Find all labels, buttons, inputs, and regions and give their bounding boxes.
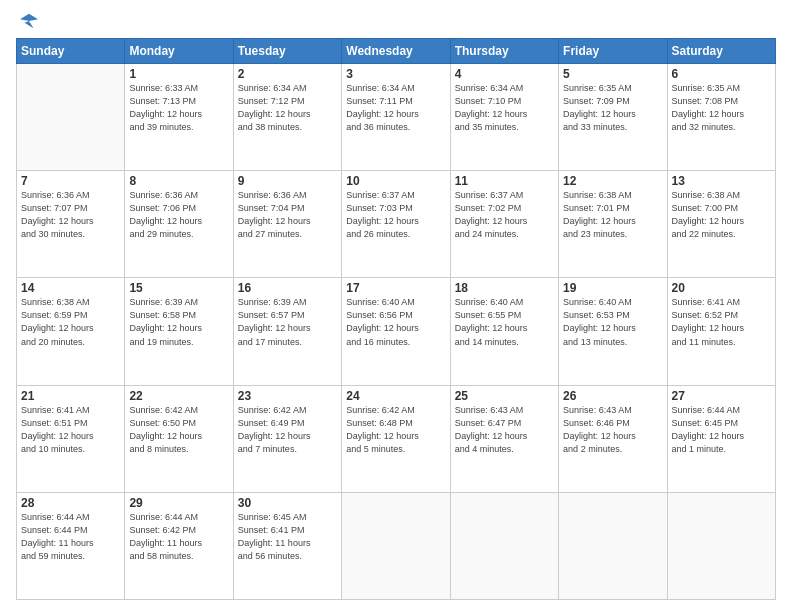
day-info: Sunrise: 6:39 AMSunset: 6:57 PMDaylight:… xyxy=(238,296,337,348)
calendar-cell: 8Sunrise: 6:36 AMSunset: 7:06 PMDaylight… xyxy=(125,171,233,278)
calendar-cell xyxy=(667,492,775,599)
calendar-cell xyxy=(559,492,667,599)
calendar-week-row: 21Sunrise: 6:41 AMSunset: 6:51 PMDayligh… xyxy=(17,385,776,492)
calendar-cell: 11Sunrise: 6:37 AMSunset: 7:02 PMDayligh… xyxy=(450,171,558,278)
day-info: Sunrise: 6:36 AMSunset: 7:06 PMDaylight:… xyxy=(129,189,228,241)
day-info: Sunrise: 6:42 AMSunset: 6:48 PMDaylight:… xyxy=(346,404,445,456)
calendar-cell: 30Sunrise: 6:45 AMSunset: 6:41 PMDayligh… xyxy=(233,492,341,599)
day-info: Sunrise: 6:43 AMSunset: 6:47 PMDaylight:… xyxy=(455,404,554,456)
calendar-day-header: Tuesday xyxy=(233,39,341,64)
calendar-week-row: 1Sunrise: 6:33 AMSunset: 7:13 PMDaylight… xyxy=(17,64,776,171)
day-number: 21 xyxy=(21,389,120,403)
day-info: Sunrise: 6:40 AMSunset: 6:56 PMDaylight:… xyxy=(346,296,445,348)
day-info: Sunrise: 6:40 AMSunset: 6:53 PMDaylight:… xyxy=(563,296,662,348)
day-number: 19 xyxy=(563,281,662,295)
day-number: 6 xyxy=(672,67,771,81)
day-info: Sunrise: 6:36 AMSunset: 7:07 PMDaylight:… xyxy=(21,189,120,241)
calendar-cell xyxy=(17,64,125,171)
day-number: 11 xyxy=(455,174,554,188)
day-info: Sunrise: 6:35 AMSunset: 7:09 PMDaylight:… xyxy=(563,82,662,134)
calendar-cell: 3Sunrise: 6:34 AMSunset: 7:11 PMDaylight… xyxy=(342,64,450,171)
day-info: Sunrise: 6:44 AMSunset: 6:45 PMDaylight:… xyxy=(672,404,771,456)
calendar-cell: 18Sunrise: 6:40 AMSunset: 6:55 PMDayligh… xyxy=(450,278,558,385)
calendar-week-row: 14Sunrise: 6:38 AMSunset: 6:59 PMDayligh… xyxy=(17,278,776,385)
day-info: Sunrise: 6:37 AMSunset: 7:02 PMDaylight:… xyxy=(455,189,554,241)
day-info: Sunrise: 6:45 AMSunset: 6:41 PMDaylight:… xyxy=(238,511,337,563)
svg-marker-0 xyxy=(20,14,38,28)
calendar-day-header: Thursday xyxy=(450,39,558,64)
day-info: Sunrise: 6:41 AMSunset: 6:51 PMDaylight:… xyxy=(21,404,120,456)
day-info: Sunrise: 6:44 AMSunset: 6:44 PMDaylight:… xyxy=(21,511,120,563)
calendar-week-row: 7Sunrise: 6:36 AMSunset: 7:07 PMDaylight… xyxy=(17,171,776,278)
calendar-cell: 12Sunrise: 6:38 AMSunset: 7:01 PMDayligh… xyxy=(559,171,667,278)
calendar-cell: 23Sunrise: 6:42 AMSunset: 6:49 PMDayligh… xyxy=(233,385,341,492)
day-number: 10 xyxy=(346,174,445,188)
day-info: Sunrise: 6:34 AMSunset: 7:12 PMDaylight:… xyxy=(238,82,337,134)
day-number: 16 xyxy=(238,281,337,295)
calendar-day-header: Saturday xyxy=(667,39,775,64)
day-number: 3 xyxy=(346,67,445,81)
calendar-cell: 22Sunrise: 6:42 AMSunset: 6:50 PMDayligh… xyxy=(125,385,233,492)
calendar-cell: 1Sunrise: 6:33 AMSunset: 7:13 PMDaylight… xyxy=(125,64,233,171)
logo xyxy=(16,12,38,30)
day-info: Sunrise: 6:34 AMSunset: 7:11 PMDaylight:… xyxy=(346,82,445,134)
calendar-header-row: SundayMondayTuesdayWednesdayThursdayFrid… xyxy=(17,39,776,64)
day-number: 5 xyxy=(563,67,662,81)
calendar-cell: 25Sunrise: 6:43 AMSunset: 6:47 PMDayligh… xyxy=(450,385,558,492)
calendar-day-header: Wednesday xyxy=(342,39,450,64)
calendar-cell xyxy=(342,492,450,599)
calendar-cell: 4Sunrise: 6:34 AMSunset: 7:10 PMDaylight… xyxy=(450,64,558,171)
calendar-cell: 16Sunrise: 6:39 AMSunset: 6:57 PMDayligh… xyxy=(233,278,341,385)
calendar-cell: 15Sunrise: 6:39 AMSunset: 6:58 PMDayligh… xyxy=(125,278,233,385)
day-number: 30 xyxy=(238,496,337,510)
day-number: 23 xyxy=(238,389,337,403)
calendar-day-header: Sunday xyxy=(17,39,125,64)
calendar-cell: 14Sunrise: 6:38 AMSunset: 6:59 PMDayligh… xyxy=(17,278,125,385)
day-number: 22 xyxy=(129,389,228,403)
calendar-cell: 24Sunrise: 6:42 AMSunset: 6:48 PMDayligh… xyxy=(342,385,450,492)
day-number: 25 xyxy=(455,389,554,403)
calendar-cell: 28Sunrise: 6:44 AMSunset: 6:44 PMDayligh… xyxy=(17,492,125,599)
calendar-cell: 2Sunrise: 6:34 AMSunset: 7:12 PMDaylight… xyxy=(233,64,341,171)
day-number: 2 xyxy=(238,67,337,81)
calendar-day-header: Monday xyxy=(125,39,233,64)
day-info: Sunrise: 6:33 AMSunset: 7:13 PMDaylight:… xyxy=(129,82,228,134)
day-number: 24 xyxy=(346,389,445,403)
calendar-cell: 9Sunrise: 6:36 AMSunset: 7:04 PMDaylight… xyxy=(233,171,341,278)
day-info: Sunrise: 6:38 AMSunset: 7:00 PMDaylight:… xyxy=(672,189,771,241)
day-number: 1 xyxy=(129,67,228,81)
logo-bird-icon xyxy=(20,12,38,30)
calendar-cell: 6Sunrise: 6:35 AMSunset: 7:08 PMDaylight… xyxy=(667,64,775,171)
header xyxy=(16,12,776,30)
day-info: Sunrise: 6:44 AMSunset: 6:42 PMDaylight:… xyxy=(129,511,228,563)
calendar-day-header: Friday xyxy=(559,39,667,64)
day-info: Sunrise: 6:37 AMSunset: 7:03 PMDaylight:… xyxy=(346,189,445,241)
day-number: 27 xyxy=(672,389,771,403)
day-number: 20 xyxy=(672,281,771,295)
calendar-cell: 26Sunrise: 6:43 AMSunset: 6:46 PMDayligh… xyxy=(559,385,667,492)
day-number: 26 xyxy=(563,389,662,403)
calendar-cell: 21Sunrise: 6:41 AMSunset: 6:51 PMDayligh… xyxy=(17,385,125,492)
day-number: 14 xyxy=(21,281,120,295)
day-info: Sunrise: 6:43 AMSunset: 6:46 PMDaylight:… xyxy=(563,404,662,456)
calendar-cell: 17Sunrise: 6:40 AMSunset: 6:56 PMDayligh… xyxy=(342,278,450,385)
day-number: 8 xyxy=(129,174,228,188)
calendar-cell: 20Sunrise: 6:41 AMSunset: 6:52 PMDayligh… xyxy=(667,278,775,385)
day-number: 12 xyxy=(563,174,662,188)
calendar-cell: 29Sunrise: 6:44 AMSunset: 6:42 PMDayligh… xyxy=(125,492,233,599)
day-number: 15 xyxy=(129,281,228,295)
day-info: Sunrise: 6:34 AMSunset: 7:10 PMDaylight:… xyxy=(455,82,554,134)
day-info: Sunrise: 6:36 AMSunset: 7:04 PMDaylight:… xyxy=(238,189,337,241)
day-number: 28 xyxy=(21,496,120,510)
calendar-cell: 13Sunrise: 6:38 AMSunset: 7:00 PMDayligh… xyxy=(667,171,775,278)
calendar-cell: 27Sunrise: 6:44 AMSunset: 6:45 PMDayligh… xyxy=(667,385,775,492)
calendar-cell: 10Sunrise: 6:37 AMSunset: 7:03 PMDayligh… xyxy=(342,171,450,278)
day-info: Sunrise: 6:42 AMSunset: 6:50 PMDaylight:… xyxy=(129,404,228,456)
calendar-table: SundayMondayTuesdayWednesdayThursdayFrid… xyxy=(16,38,776,600)
calendar-cell: 5Sunrise: 6:35 AMSunset: 7:09 PMDaylight… xyxy=(559,64,667,171)
day-info: Sunrise: 6:40 AMSunset: 6:55 PMDaylight:… xyxy=(455,296,554,348)
day-info: Sunrise: 6:35 AMSunset: 7:08 PMDaylight:… xyxy=(672,82,771,134)
calendar-cell: 7Sunrise: 6:36 AMSunset: 7:07 PMDaylight… xyxy=(17,171,125,278)
day-info: Sunrise: 6:42 AMSunset: 6:49 PMDaylight:… xyxy=(238,404,337,456)
day-number: 9 xyxy=(238,174,337,188)
